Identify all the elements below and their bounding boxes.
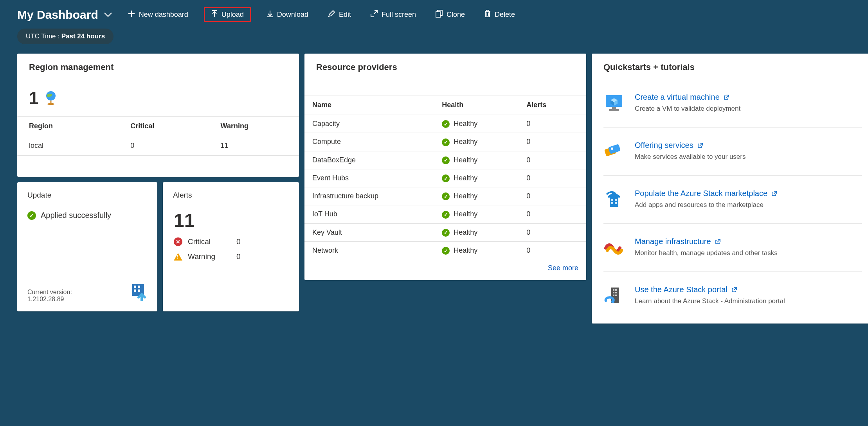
check-icon: ✓ [27, 211, 36, 220]
rp-health-cell: ✓Healthy [434, 115, 519, 133]
quickstart-link[interactable]: Create a virtual machine [635, 93, 729, 102]
time-filter-value: Past 24 hours [61, 32, 105, 40]
rp-health-cell: ✓Healthy [434, 169, 519, 187]
svg-rect-38 [613, 292, 614, 293]
left-column: Region management 1 Region Critical Warn… [17, 54, 299, 311]
fullscreen-label: Full screen [382, 11, 416, 19]
rp-alerts-cell: 0 [519, 115, 586, 133]
rp-alerts-cell: 0 [519, 241, 586, 259]
update-icon [130, 283, 149, 303]
table-row[interactable]: Capacity✓Healthy0 [304, 115, 586, 133]
rp-health-cell: ✓Healthy [434, 151, 519, 169]
download-button[interactable]: Download [263, 7, 312, 22]
download-label: Download [277, 11, 308, 19]
quickstart-desc: Learn about the Azure Stack - Administra… [635, 297, 785, 305]
rp-health-cell: ✓Healthy [434, 241, 519, 259]
svg-line-27 [700, 143, 702, 146]
see-more-link[interactable]: See more [548, 264, 578, 272]
clone-label: Clone [447, 11, 465, 19]
region-name-cell: local [17, 136, 119, 156]
col-header-critical: Critical [119, 117, 209, 136]
rp-col-alerts: Alerts [519, 95, 586, 115]
table-row[interactable]: IoT Hub✓Healthy0 [304, 205, 586, 223]
resource-providers-table: Name Health Alerts Capacity✓Healthy0Comp… [304, 95, 586, 259]
alerts-count: 11 [163, 206, 299, 234]
external-link-icon [771, 191, 777, 196]
quickstart-item: Populate the Azure Stack marketplace Add… [603, 175, 862, 223]
rp-health-cell: ✓Healthy [434, 205, 519, 223]
expand-icon [371, 10, 378, 19]
svg-line-34 [717, 239, 720, 242]
dashboard-toolbar: New dashboard Upload Download Edit Full … [124, 7, 519, 22]
upload-button[interactable]: Upload [204, 7, 251, 22]
region-count: 1 [29, 90, 38, 107]
globe-icon [44, 90, 59, 107]
svg-point-11 [47, 103, 54, 105]
table-row[interactable]: Compute✓Healthy0 [304, 133, 586, 151]
check-icon: ✓ [442, 229, 450, 237]
clone-button[interactable]: Clone [432, 7, 469, 22]
alerts-warning-row[interactable]: Warning 0 [163, 249, 299, 264]
quickstart-icon [603, 93, 625, 114]
svg-rect-21 [612, 107, 616, 109]
rp-name-cell: Compute [304, 133, 434, 151]
lower-left-row: Update ✓ Applied successfully Current ve… [17, 182, 299, 311]
check-icon: ✓ [442, 156, 450, 164]
quickstart-icon [603, 237, 625, 258]
update-tile: Update ✓ Applied successfully Current ve… [17, 182, 157, 311]
svg-rect-13 [134, 286, 136, 288]
quickstart-item: Use the Azure Stack portal Learn about t… [603, 271, 862, 320]
external-link-icon [731, 287, 737, 293]
quickstart-link[interactable]: Populate the Azure Stack marketplace [635, 189, 777, 198]
svg-rect-36 [613, 289, 614, 291]
quickstart-link[interactable]: Use the Azure Stack portal [635, 285, 737, 294]
table-row[interactable]: Network✓Healthy0 [304, 241, 586, 259]
quickstart-desc: Monitor health, manage updates and other… [635, 249, 778, 257]
rp-name-cell: DataBoxEdge [304, 151, 434, 169]
alerts-critical-row[interactable]: ✕ Critical 0 [163, 234, 299, 249]
warning-icon [174, 253, 182, 261]
resource-providers-tile: Resource providers Name Health Alerts Ca… [304, 54, 586, 280]
delete-button[interactable]: Delete [481, 7, 519, 22]
svg-rect-31 [611, 202, 613, 204]
quickstart-desc: Create a VM to validate deployment [635, 105, 740, 113]
region-table: Region Critical Warning local 0 11 [17, 116, 299, 177]
alerts-critical-value: 0 [236, 237, 241, 246]
table-row[interactable]: Infrastructure backup✓Healthy0 [304, 187, 586, 205]
rp-name-cell: Network [304, 241, 434, 259]
upload-label: Upload [222, 11, 244, 19]
dashboard-title-selector[interactable]: My Dashboard [17, 8, 112, 22]
svg-rect-29 [611, 199, 613, 201]
svg-rect-41 [615, 295, 617, 296]
table-row[interactable]: Event Hubs✓Healthy0 [304, 169, 586, 187]
quickstart-link[interactable]: Manage infrastructure [635, 237, 721, 246]
svg-rect-37 [615, 289, 617, 291]
table-row[interactable]: local 0 11 [17, 136, 299, 156]
new-dashboard-label: New dashboard [139, 11, 188, 19]
quickstart-item: Offering services Make services availabl… [603, 127, 862, 175]
svg-point-42 [611, 300, 614, 303]
svg-point-26 [611, 147, 613, 150]
rp-name-cell: IoT Hub [304, 205, 434, 223]
quickstart-link[interactable]: Offering services [635, 141, 703, 150]
quickstart-link-label: Offering services [635, 141, 693, 150]
time-filter-pill[interactable]: UTC Time : Past 24 hours [17, 29, 113, 44]
update-status-row: ✓ Applied successfully [17, 206, 157, 225]
svg-line-43 [734, 288, 737, 290]
quickstart-desc: Add apps and resources to the marketplac… [635, 201, 777, 209]
table-row[interactable]: DataBoxEdge✓Healthy0 [304, 151, 586, 169]
new-dashboard-button[interactable]: New dashboard [124, 8, 192, 22]
edit-button[interactable]: Edit [324, 8, 355, 22]
svg-rect-14 [138, 286, 140, 288]
rp-col-name: Name [304, 95, 434, 115]
svg-rect-32 [615, 202, 617, 204]
fullscreen-button[interactable]: Full screen [367, 8, 420, 22]
table-row[interactable]: Key Vault✓Healthy0 [304, 223, 586, 241]
external-link-icon [697, 142, 703, 148]
rp-alerts-cell: 0 [519, 151, 586, 169]
check-icon: ✓ [442, 174, 450, 182]
quickstart-item: Manage infrastructure Monitor health, ma… [603, 223, 862, 271]
alerts-warning-label: Warning [188, 252, 231, 261]
rp-health-cell: ✓Healthy [434, 133, 519, 151]
edit-label: Edit [339, 11, 351, 19]
